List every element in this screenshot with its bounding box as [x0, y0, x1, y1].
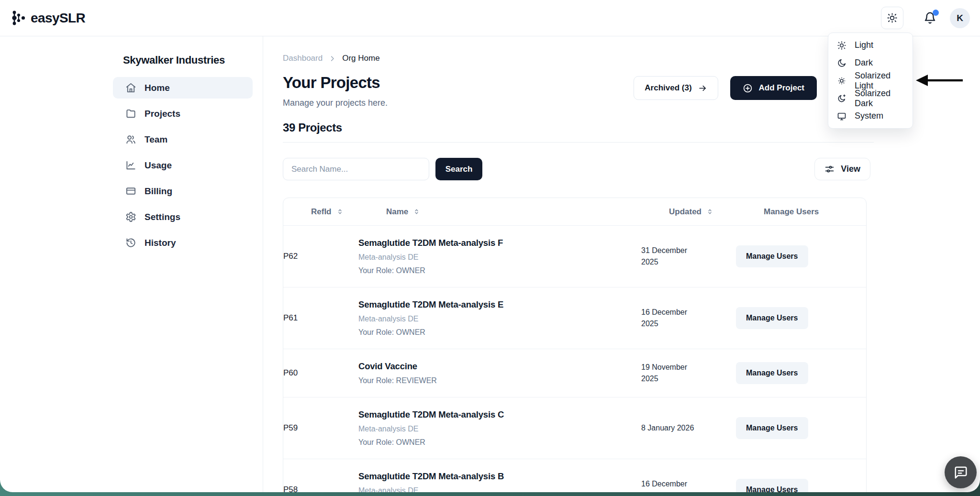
archived-button[interactable]: Archived (3): [634, 76, 718, 100]
plus-circle-icon: [743, 83, 753, 93]
project-name[interactable]: Semaglutide T2DM Meta-analysis B: [358, 471, 641, 482]
table-header-row: RefId Name Updated: [283, 198, 866, 225]
page-subtitle: Manage your projects here.: [283, 98, 388, 108]
sort-icon[interactable]: [336, 208, 344, 215]
logo-text: easySLR: [31, 11, 85, 26]
project-name[interactable]: Semaglutide T2DM Meta-analysis F: [358, 238, 641, 248]
gear-icon: [125, 211, 136, 222]
folder-icon: [125, 108, 136, 119]
table-row: P61 Semaglutide T2DM Meta-analysis E Met…: [283, 287, 866, 349]
theme-option-label: Solarized Light: [855, 71, 904, 91]
navbar-actions: K: [881, 7, 970, 29]
project-type: Meta-analysis DE: [358, 253, 641, 262]
avatar-initial: K: [957, 13, 963, 23]
sort-icon[interactable]: [413, 208, 420, 215]
chat-bubble-icon: [954, 465, 968, 480]
sort-icon[interactable]: [706, 208, 713, 215]
manage-users-button[interactable]: Manage Users: [736, 479, 808, 492]
monitor-icon: [837, 111, 846, 121]
manage-users-button[interactable]: Manage Users: [736, 362, 808, 384]
project-count: 39 Projects: [283, 121, 874, 134]
manage-users-button[interactable]: Manage Users: [736, 245, 808, 267]
sidebar-item-billing[interactable]: Billing: [113, 180, 253, 202]
project-type: Meta-analysis DE: [358, 315, 641, 323]
theme-toggle-button[interactable]: [881, 7, 903, 29]
history-icon: [125, 237, 136, 248]
theme-option-label: Dark: [855, 58, 873, 68]
breadcrumb-dashboard[interactable]: Dashboard: [283, 54, 323, 63]
sidebar-item-label: Home: [145, 83, 170, 93]
table-row: P59 Semaglutide T2DM Meta-analysis C Met…: [283, 397, 866, 459]
top-navbar: easySLR: [0, 0, 980, 36]
notifications-button[interactable]: [924, 11, 936, 24]
breadcrumb-current: Org Home: [342, 54, 379, 63]
sidebar-item-history[interactable]: History: [113, 232, 253, 254]
breadcrumb: Dashboard Org Home: [283, 54, 874, 63]
theme-option-system[interactable]: System: [832, 107, 909, 125]
org-name: Skywalker Industries: [123, 54, 253, 66]
users-icon: [125, 134, 136, 145]
sidebar-item-projects[interactable]: Projects: [113, 103, 253, 124]
search-input[interactable]: [283, 158, 429, 180]
project-updated: 8 January 2026: [641, 422, 700, 434]
manage-users-button[interactable]: Manage Users: [736, 417, 808, 439]
project-type: Meta-analysis DE: [358, 425, 641, 433]
project-updated: 31 December 2025: [641, 245, 700, 268]
table-row: P58 Semaglutide T2DM Meta-analysis B Met…: [283, 459, 866, 492]
add-project-label: Add Project: [759, 83, 804, 93]
theme-menu: Light Dark Solarized Light: [828, 33, 913, 129]
column-header-name[interactable]: Name: [386, 207, 669, 217]
table-row: P60 Covid Vaccine Your Role: REVIEWER 19…: [283, 349, 866, 397]
chart-icon: [125, 160, 136, 171]
moon-icon: [837, 58, 846, 68]
project-role: Your Role: OWNER: [358, 266, 641, 275]
sidebar-item-team[interactable]: Team: [113, 129, 253, 150]
column-header-updated[interactable]: Updated: [669, 207, 764, 217]
column-header-manage-users: Manage Users: [764, 207, 866, 217]
theme-option-solarized-dark[interactable]: Solarized Dark: [832, 89, 909, 107]
project-refid: P61: [283, 313, 358, 323]
logo-mark-icon: [11, 9, 26, 27]
sidebar-item-label: History: [145, 238, 176, 248]
search-button[interactable]: Search: [435, 158, 482, 180]
project-role: Your Role: REVIEWER: [358, 376, 641, 385]
sun-dim-icon: [837, 76, 846, 86]
add-project-button[interactable]: Add Project: [730, 76, 817, 100]
column-header-refid[interactable]: RefId: [311, 207, 386, 217]
project-refid: P59: [283, 423, 358, 433]
sidebar-item-label: Team: [145, 134, 167, 145]
sidebar-item-home[interactable]: Home: [113, 77, 253, 99]
project-role: Your Role: OWNER: [358, 328, 641, 337]
project-name[interactable]: Semaglutide T2DM Meta-analysis C: [358, 409, 641, 420]
sidebar-item-settings[interactable]: Settings: [113, 206, 253, 228]
sidebar-item-label: Settings: [145, 212, 180, 222]
table-row: P62 Semaglutide T2DM Meta-analysis F Met…: [283, 225, 866, 287]
sidebar-item-usage[interactable]: Usage: [113, 154, 253, 176]
home-icon: [125, 82, 136, 93]
archived-label: Archived (3): [645, 83, 691, 93]
project-refid: P58: [283, 485, 358, 492]
sidebar-item-label: Billing: [145, 186, 172, 197]
user-avatar[interactable]: K: [950, 8, 970, 28]
projects-table: RefId Name Updated: [283, 198, 867, 492]
section-divider: [283, 142, 874, 143]
sliders-icon: [824, 164, 835, 174]
arrow-right-icon: [698, 84, 707, 93]
project-updated: 16 December 2025: [641, 478, 700, 492]
project-updated: 19 November 2025: [641, 362, 700, 385]
theme-option-solarized-light[interactable]: Solarized Light: [832, 72, 909, 89]
project-refid: P60: [283, 368, 358, 378]
brand-logo[interactable]: easySLR: [11, 9, 85, 27]
page-title: Your Projects: [283, 74, 388, 92]
search-button-label: Search: [445, 165, 473, 174]
project-name[interactable]: Semaglutide T2DM Meta-analysis E: [358, 299, 641, 310]
chat-launcher-button[interactable]: [945, 456, 977, 488]
project-refid: P62: [283, 252, 358, 261]
theme-option-dark[interactable]: Dark: [832, 54, 909, 72]
theme-option-light[interactable]: Light: [832, 36, 909, 54]
app-window: easySLR: [0, 0, 980, 492]
project-type: Meta-analysis DE: [358, 486, 641, 492]
manage-users-button[interactable]: Manage Users: [736, 307, 808, 329]
view-button[interactable]: View: [814, 158, 870, 180]
project-name[interactable]: Covid Vaccine: [358, 361, 641, 372]
